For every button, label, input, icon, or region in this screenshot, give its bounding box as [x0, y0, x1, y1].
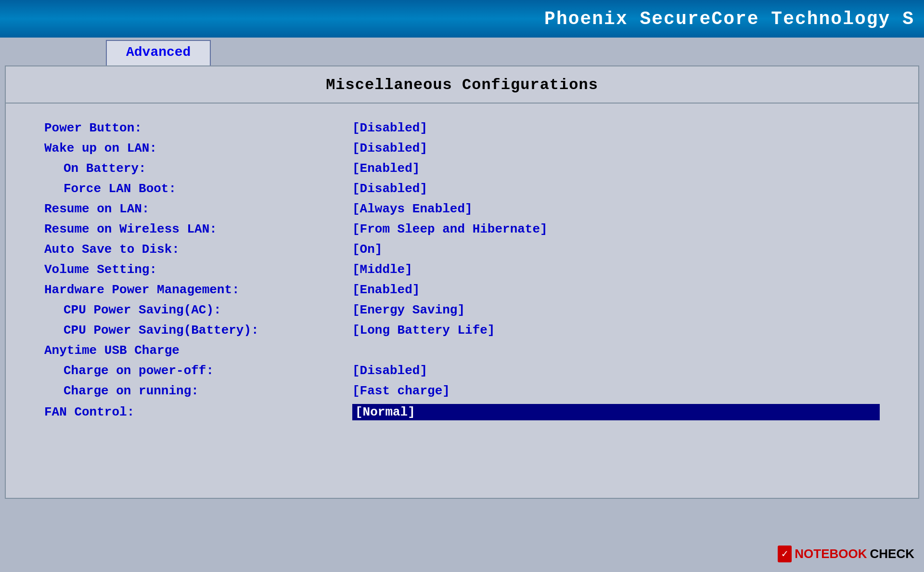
row-label: Resume on Wireless LAN: [44, 222, 352, 236]
row-value-highlighted: [Normal] [352, 404, 880, 420]
table-row[interactable]: Charge on running: [Fast charge] [44, 381, 880, 401]
tab-advanced-label: Advanced [126, 45, 191, 60]
row-value: [Long Battery Life] [352, 323, 880, 338]
table-row[interactable]: On Battery: [Enabled] [44, 158, 880, 179]
row-value: [Energy Saving] [352, 303, 880, 317]
table-row[interactable]: Wake up on LAN: [Disabled] [44, 138, 880, 158]
bios-title: Phoenix SecureCore Technology S [544, 9, 914, 29]
row-label: Power Button: [44, 121, 352, 135]
config-table: Power Button: [Disabled] Wake up on LAN:… [6, 104, 918, 438]
table-row[interactable]: Hardware Power Management: [Enabled] [44, 280, 880, 300]
table-row[interactable]: Auto Save to Disk: [On] [44, 239, 880, 260]
watermark: ✓ NOTEBOOK CHECK [778, 546, 914, 562]
table-row[interactable]: Charge on power-off: [Disabled] [44, 361, 880, 381]
table-row[interactable]: Resume on LAN: [Always Enabled] [44, 199, 880, 219]
row-label: Volume Setting: [44, 262, 352, 277]
row-value: [Middle] [352, 262, 880, 277]
main-content: Miscellaneous Configurations Power Butto… [5, 65, 919, 499]
row-label: Wake up on LAN: [44, 141, 352, 156]
row-label: CPU Power Saving(AC): [44, 303, 352, 317]
row-label: Charge on running: [44, 384, 352, 398]
watermark-check-text: CHECK [870, 546, 914, 561]
row-value: [Fast charge] [352, 384, 880, 398]
table-row[interactable]: CPU Power Saving(AC): [Energy Saving] [44, 300, 880, 320]
row-value: [Disabled] [352, 182, 880, 196]
row-label: Anytime USB Charge [44, 343, 352, 358]
row-value: [Enabled] [352, 283, 880, 297]
table-row[interactable]: CPU Power Saving(Battery): [Long Battery… [44, 320, 880, 340]
row-value: [On] [352, 242, 880, 257]
table-row[interactable]: Volume Setting: [Middle] [44, 260, 880, 280]
table-row[interactable]: Power Button: [Disabled] [44, 118, 880, 138]
tab-area: Advanced [0, 38, 924, 65]
row-label: On Battery: [44, 161, 352, 176]
row-value: [Disabled] [352, 141, 880, 156]
section-title: Miscellaneous Configurations [6, 66, 918, 104]
table-row[interactable]: Force LAN Boot: [Disabled] [44, 179, 880, 199]
table-row: Anytime USB Charge [44, 340, 880, 361]
row-value: [Disabled] [352, 121, 880, 135]
table-row[interactable]: FAN Control: [Normal] [44, 401, 880, 423]
row-label: Force LAN Boot: [44, 182, 352, 196]
watermark-notebook: NOTEBOOK [795, 546, 867, 561]
row-value: [From Sleep and Hibernate] [352, 222, 880, 236]
watermark-checkmark: ✓ [778, 546, 792, 562]
row-label: CPU Power Saving(Battery): [44, 323, 352, 338]
tab-advanced[interactable]: Advanced [106, 40, 211, 65]
row-value: [Always Enabled] [352, 202, 880, 216]
row-label: Hardware Power Management: [44, 283, 352, 297]
row-value: [Enabled] [352, 161, 880, 176]
row-label: Auto Save to Disk: [44, 242, 352, 257]
table-row[interactable]: Resume on Wireless LAN: [From Sleep and … [44, 219, 880, 239]
row-label: Charge on power-off: [44, 364, 352, 378]
top-bar: Phoenix SecureCore Technology S [0, 0, 924, 38]
row-label: FAN Control: [44, 405, 352, 419]
row-value: [Disabled] [352, 364, 880, 378]
row-label: Resume on LAN: [44, 202, 352, 216]
